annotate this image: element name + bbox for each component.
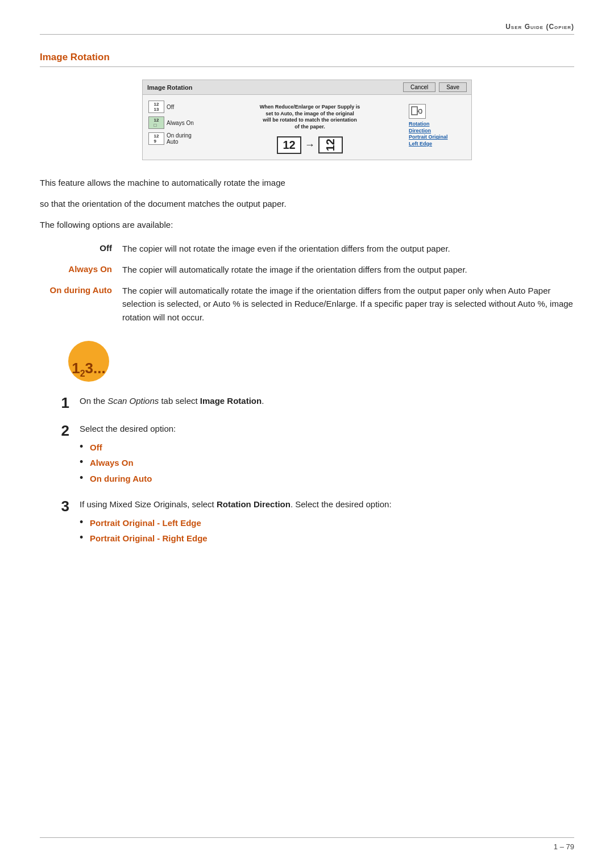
ui-title-bar: Image Rotation Cancel Save	[143, 80, 471, 95]
bullet-dot-2: •	[80, 456, 90, 469]
ui-option-always-on[interactable]: 12□ Always On	[148, 116, 211, 129]
bullet-dot-4: •	[80, 516, 90, 529]
bullet-text-off: Off	[90, 441, 102, 454]
option-label-always-on: Always On	[40, 263, 122, 276]
ui-content: 1213 Off 12□ Always On 129 On duringAuto…	[143, 95, 471, 160]
ui-option-on-during-auto[interactable]: 129 On duringAuto	[148, 132, 211, 145]
intro-text-3: The following options are available:	[40, 218, 574, 231]
step-2-row: 2 Select the desired option: • Off • Alw…	[40, 422, 574, 487]
steps-badge: 123...	[68, 341, 574, 382]
ui-save-button[interactable]: Save	[439, 82, 467, 92]
bullet-always-on: • Always On	[80, 456, 574, 469]
arrow-box-right: 12	[318, 136, 343, 153]
bullet-portrait-right: • Portrait Original - Right Edge	[80, 532, 574, 545]
ui-center-description: When Reduce/Enlarge or Paper Supply isse…	[260, 104, 360, 131]
bullet-dot-5: •	[80, 532, 90, 544]
bullet-dot-3: •	[80, 472, 90, 485]
option-row-always-on: Always On The copier will automatically …	[40, 263, 574, 276]
option-label-on-during-auto: On during Auto	[40, 284, 122, 324]
ui-screenshot: Image Rotation Cancel Save 1213 Off 12□ …	[142, 80, 472, 160]
option-off-label: Off	[167, 104, 174, 110]
option-desc-on-during-auto: The copier will automatically rotate the…	[122, 284, 574, 324]
step-3-number: 3	[40, 498, 80, 515]
ui-options-list: 1213 Off 12□ Always On 129 On duringAuto	[148, 101, 211, 154]
footer-page-number: 1 – 79	[554, 842, 574, 851]
option-always-on-label: Always On	[167, 120, 194, 126]
option-on-during-auto-icon: 129	[148, 132, 164, 145]
header-title: User Guide (Copier)	[505, 23, 574, 31]
step-1-number: 1	[40, 394, 80, 412]
step-1-bold: Image Rotation	[200, 396, 262, 406]
step-2-number: 2	[40, 422, 80, 440]
option-always-on-icon: 12□	[148, 116, 164, 129]
step-3-bold: Rotation Direction	[217, 499, 291, 509]
bullet-dot-1: •	[80, 441, 90, 453]
footer-bar: 1 – 79	[40, 837, 574, 851]
ui-panel-title: Image Rotation	[147, 84, 192, 91]
bullet-text-portrait-left: Portrait Original - Left Edge	[90, 516, 201, 529]
rotation-direction-icon	[409, 104, 426, 119]
ui-arrow-demo: 12 → 12	[277, 136, 342, 154]
step-1-content: On the Scan Options tab select Image Rot…	[80, 394, 574, 407]
bullet-text-portrait-right: Portrait Original - Right Edge	[90, 532, 208, 545]
step-3-bullets: • Portrait Original - Left Edge • Portra…	[80, 516, 574, 545]
rotation-direction-label: RotationDirectionPortrait OriginalLeft E…	[409, 121, 448, 148]
ui-center: When Reduce/Enlarge or Paper Supply isse…	[217, 101, 403, 154]
step-2-bullets: • Off • Always On • On during Auto	[80, 441, 574, 485]
step-3-content: If using Mixed Size Originals, select Ro…	[80, 498, 574, 548]
ui-option-off[interactable]: 1213 Off	[148, 101, 211, 113]
option-desc-off: The copier will not rotate the image eve…	[122, 242, 574, 255]
options-section: Off The copier will not rotate the image…	[40, 242, 574, 324]
intro-text-1: This feature allows the machine to autom…	[40, 176, 574, 189]
bullet-text-always-on: Always On	[90, 456, 134, 469]
option-row-off: Off The copier will not rotate the image…	[40, 242, 574, 255]
arrow-icon: →	[305, 139, 315, 151]
ui-buttons: Cancel Save	[403, 82, 467, 92]
step-1-row: 1 On the Scan Options tab select Image R…	[40, 394, 574, 412]
option-row-on-during-auto: On during Auto The copier will automatic…	[40, 284, 574, 324]
badge-text: 123...	[72, 361, 106, 378]
bullet-off: • Off	[80, 441, 574, 454]
ui-right-panel: RotationDirectionPortrait OriginalLeft E…	[409, 101, 466, 154]
step-3-row: 3 If using Mixed Size Originals, select …	[40, 498, 574, 548]
bullet-on-during-auto: • On during Auto	[80, 472, 574, 485]
option-on-during-auto-label: On duringAuto	[167, 132, 192, 145]
ui-cancel-button[interactable]: Cancel	[403, 82, 435, 92]
arrow-box-left: 12	[277, 136, 301, 154]
steps-section: 1 On the Scan Options tab select Image R…	[40, 394, 574, 548]
intro-text-2: so that the orientation of the document …	[40, 197, 574, 210]
option-desc-always-on: The copier will automatically rotate the…	[122, 263, 574, 276]
bullet-portrait-left: • Portrait Original - Left Edge	[80, 516, 574, 529]
bullet-text-on-during-auto: On during Auto	[90, 472, 152, 485]
svg-rect-0	[412, 107, 417, 115]
section-title: Image Rotation	[40, 52, 574, 67]
option-label-off: Off	[40, 242, 122, 255]
badge-circle: 123...	[68, 341, 109, 382]
header-bar: User Guide (Copier)	[40, 23, 574, 35]
option-off-icon: 1213	[148, 101, 164, 113]
step-2-content: Select the desired option: • Off • Alway…	[80, 422, 574, 487]
step-1-italic: Scan Options	[107, 396, 159, 406]
